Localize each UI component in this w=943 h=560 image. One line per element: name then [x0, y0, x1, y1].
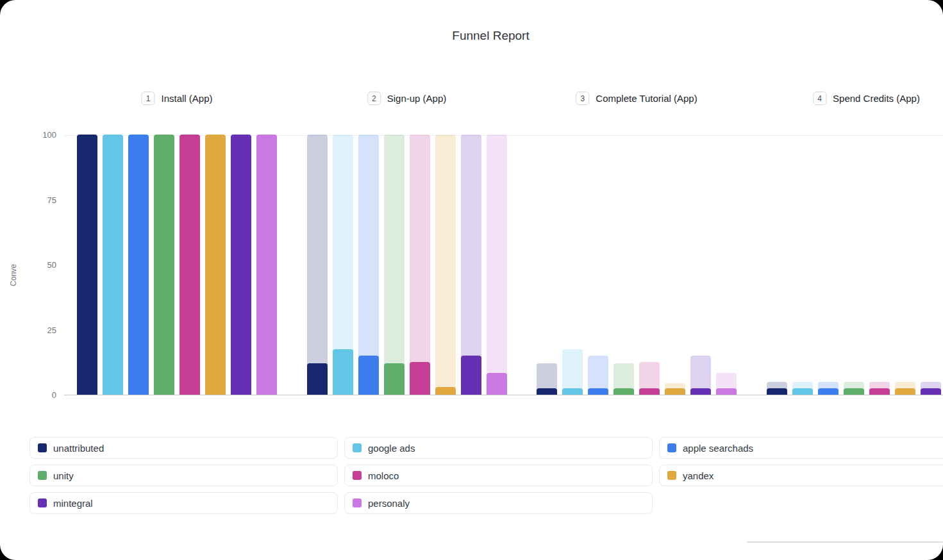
bar-mintegral-step-1[interactable] [231, 135, 251, 395]
bar-value [613, 388, 634, 395]
step-number-badge: 4 [813, 92, 826, 105]
legend-label: apple searchads [683, 443, 753, 454]
bar-unattributed-step-2[interactable] [307, 135, 328, 395]
step-label: Complete Tutorial (App) [596, 93, 697, 104]
plot-area [64, 135, 943, 395]
bar-group-step-1 [77, 135, 277, 395]
bar-apple-searchads-step-4[interactable] [818, 135, 839, 395]
bar-value [792, 388, 813, 395]
legend-label: personaly [368, 498, 410, 509]
legend-item-moloco[interactable]: moloco [344, 465, 653, 486]
legend-swatch [667, 443, 676, 452]
legend-swatch [38, 498, 47, 507]
legend-swatch [353, 443, 362, 452]
bar-value [844, 388, 864, 395]
bar-value [410, 362, 430, 395]
bar-value [588, 388, 608, 395]
bar-google-ads-step-2[interactable] [333, 135, 353, 395]
legend-item-yandex[interactable]: yandex [659, 465, 943, 486]
bar-personaly-step-2[interactable] [487, 135, 507, 395]
legend-label: google ads [368, 443, 415, 454]
bar-personaly-step-3[interactable] [716, 135, 737, 395]
bar-unity-step-1[interactable] [154, 135, 174, 395]
bar-yandex-step-1[interactable] [205, 135, 226, 395]
bar-value [77, 135, 97, 395]
legend-item-google-ads[interactable]: google ads [344, 437, 653, 459]
bar-group-step-2 [307, 135, 507, 395]
bar-apple-searchads-step-1[interactable] [128, 135, 149, 395]
legend-swatch [38, 443, 47, 452]
bar-mintegral-step-2[interactable] [461, 135, 481, 395]
bar-yandex-step-3[interactable] [665, 135, 685, 395]
bar-google-ads-step-4[interactable] [792, 135, 813, 395]
legend-item-unattributed[interactable]: unattributed [29, 437, 338, 459]
legend-label: mintegral [53, 498, 93, 509]
legend-swatch [353, 498, 362, 507]
legend-label: unity [53, 470, 74, 481]
bar-value [128, 135, 149, 395]
bar-value [562, 388, 583, 395]
bar-value [716, 388, 737, 395]
funnel-step-header-4: 4Spend Credits (App) [813, 92, 920, 105]
bar-moloco-step-2[interactable] [410, 135, 430, 395]
step-number-badge: 2 [367, 92, 381, 105]
funnel-report-page: Funnel Report Conve 0255075100 1Install … [0, 0, 943, 560]
legend-item-mintegral[interactable]: mintegral [29, 492, 338, 514]
bar-unity-step-2[interactable] [384, 135, 405, 395]
bar-moloco-step-4[interactable] [869, 135, 890, 395]
y-tick-label: 100 [28, 130, 56, 140]
bar-value [921, 388, 941, 395]
y-tick-label: 25 [28, 325, 56, 336]
bar-value [384, 363, 405, 395]
bar-personaly-step-1[interactable] [256, 135, 277, 395]
bar-value [307, 363, 328, 395]
bar-previous-step-value [487, 135, 507, 395]
bar-previous-step-value [307, 135, 328, 395]
bar-value [869, 388, 890, 395]
y-tick-label: 50 [28, 260, 56, 270]
legend-swatch [353, 471, 362, 480]
bar-value [231, 135, 251, 395]
step-number-badge: 3 [576, 92, 589, 105]
bar-previous-step-value [384, 135, 405, 395]
bar-value [690, 388, 711, 395]
legend-label: unattributed [53, 443, 104, 454]
funnel-step-header-3: 3Complete Tutorial (App) [576, 92, 697, 105]
bar-value [487, 373, 507, 395]
bar-value [103, 135, 123, 395]
bar-value [256, 135, 277, 395]
y-tick-label: 0 [28, 390, 56, 400]
bar-apple-searchads-step-3[interactable] [588, 135, 608, 395]
bar-moloco-step-1[interactable] [179, 135, 200, 395]
funnel-step-header-1: 1Install (App) [141, 92, 212, 105]
bar-yandex-step-2[interactable] [435, 135, 456, 395]
bar-value [818, 388, 839, 395]
bar-moloco-step-3[interactable] [639, 135, 660, 395]
y-tick-label: 75 [28, 195, 56, 206]
legend-swatch [667, 471, 676, 480]
bar-apple-searchads-step-2[interactable] [358, 135, 379, 395]
bar-unattributed-step-3[interactable] [537, 135, 557, 395]
bar-value [435, 387, 456, 395]
bar-unattributed-step-4[interactable] [767, 135, 787, 395]
bar-value [537, 388, 557, 395]
legend-item-unity[interactable]: unity [29, 465, 338, 486]
bar-group-step-3 [537, 135, 737, 395]
legend: unattributedgoogle adsapple searchadsuni… [29, 437, 943, 514]
bar-mintegral-step-4[interactable] [921, 135, 941, 395]
bar-mintegral-step-3[interactable] [690, 135, 711, 395]
bar-yandex-step-4[interactable] [895, 135, 915, 395]
legend-item-personaly[interactable]: personaly [344, 492, 653, 514]
bar-value [333, 349, 353, 395]
bar-value [665, 388, 685, 395]
bar-google-ads-step-1[interactable] [103, 135, 123, 395]
bar-value [179, 135, 200, 395]
legend-label: moloco [368, 470, 399, 481]
bar-unattributed-step-1[interactable] [77, 135, 97, 395]
legend-item-apple-searchads[interactable]: apple searchads [659, 437, 943, 459]
bar-unity-step-3[interactable] [613, 135, 634, 395]
bar-google-ads-step-3[interactable] [562, 135, 583, 395]
horizontal-scrollbar[interactable] [747, 541, 943, 543]
bar-unity-step-4[interactable] [844, 135, 864, 395]
legend-swatch [38, 471, 47, 480]
